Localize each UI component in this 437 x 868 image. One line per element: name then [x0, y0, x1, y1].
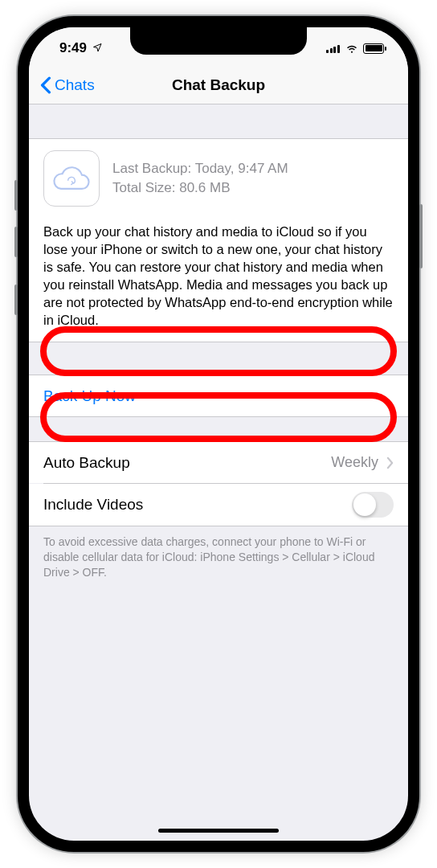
back-up-now-button[interactable]: Back Up Now [29, 375, 408, 416]
auto-backup-label: Auto Backup [43, 454, 130, 472]
status-time: 9:49 [59, 40, 102, 56]
notch [130, 27, 307, 55]
back-label: Chats [55, 76, 95, 94]
backup-info-card: Last Backup: Today, 9:47 AM Total Size: … [29, 138, 408, 342]
content-area: Last Backup: Today, 9:47 AM Total Size: … [29, 104, 408, 841]
include-videos-label: Include Videos [43, 496, 143, 514]
page-title: Chat Backup [172, 76, 265, 94]
footer-note: To avoid excessive data charges, connect… [29, 526, 408, 580]
last-backup-label: Last Backup: [112, 161, 191, 176]
backup-stats: Last Backup: Today, 9:47 AM Total Size: … [112, 159, 288, 198]
back-button[interactable]: Chats [40, 66, 95, 104]
auto-backup-row[interactable]: Auto Backup Weekly [29, 441, 408, 483]
backup-description: Back up your chat history and media to i… [43, 223, 394, 329]
auto-backup-value: Weekly [331, 454, 378, 471]
battery-icon [363, 43, 384, 54]
include-videos-toggle[interactable] [352, 492, 394, 518]
total-size-label: Total Size: [112, 180, 175, 195]
total-size-value: 80.6 MB [179, 180, 230, 195]
chevron-right-icon [386, 457, 394, 469]
last-backup-value: Today, 9:47 AM [195, 161, 288, 176]
screen: 9:49 Chats Chat Backup [29, 27, 408, 841]
include-videos-row: Include Videos [29, 484, 408, 526]
clock-text: 9:49 [59, 40, 87, 55]
iphone-frame: 9:49 Chats Chat Backup [18, 16, 419, 852]
cellular-icon [326, 43, 341, 53]
status-right [326, 42, 384, 55]
wifi-icon [345, 42, 358, 55]
home-indicator[interactable] [158, 829, 279, 833]
location-icon [92, 42, 102, 55]
nav-bar: Chats Chat Backup [29, 66, 408, 104]
cloud-backup-icon [43, 150, 100, 207]
back-up-now-label: Back Up Now [43, 387, 136, 405]
